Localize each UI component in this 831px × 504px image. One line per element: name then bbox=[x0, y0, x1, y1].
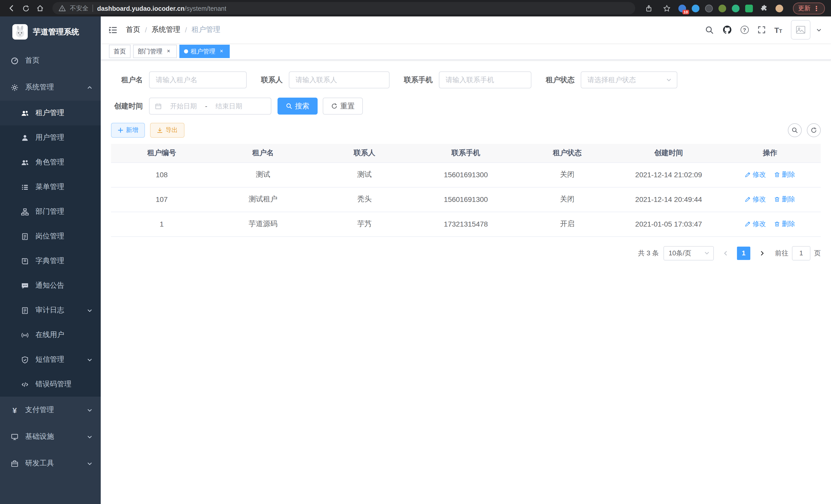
sidebar-item-dev-tools[interactable]: 研发工具 bbox=[0, 450, 101, 477]
sidebar-item-payment[interactable]: ¥ 支付管理 bbox=[0, 396, 101, 423]
green-extension-icon[interactable] bbox=[718, 4, 726, 12]
delete-row-button[interactable]: 删除 bbox=[774, 195, 795, 204]
browser-menu-icon[interactable]: ⋮ bbox=[813, 5, 820, 11]
sidebar-item-infra[interactable]: 基础设施 bbox=[0, 423, 101, 450]
date-range-picker[interactable]: - bbox=[149, 98, 271, 115]
user-icon bbox=[21, 134, 29, 142]
edit-label: 修改 bbox=[753, 219, 766, 229]
chat-extension-icon[interactable] bbox=[745, 4, 753, 12]
delete-row-button[interactable]: 删除 bbox=[774, 219, 795, 229]
sidebar-logo[interactable]: 芋道管理系统 bbox=[0, 17, 101, 47]
tenant-table: 租户编号 租户名 联系人 联系手机 租户状态 创建时间 操作 108 测试 bbox=[111, 144, 821, 237]
edit-row-button[interactable]: 修改 bbox=[745, 170, 766, 179]
current-page-button[interactable]: 1 bbox=[737, 246, 750, 260]
contact-label: 联系人 bbox=[261, 75, 289, 85]
bookmark-button[interactable] bbox=[660, 1, 673, 16]
edit-row-button[interactable]: 修改 bbox=[745, 219, 766, 229]
delete-row-button[interactable]: 删除 bbox=[774, 170, 795, 179]
tab-tenant[interactable]: 租户管理 × bbox=[179, 45, 230, 58]
contact-input[interactable] bbox=[289, 71, 390, 88]
sidebar-item-system[interactable]: 系统管理 bbox=[0, 74, 101, 101]
sidebar-item-error-code[interactable]: 错误码管理 bbox=[0, 372, 101, 396]
sidebar-item-label: 基础设施 bbox=[25, 432, 54, 441]
page-unit-label: 页 bbox=[814, 248, 821, 258]
sidebar-item-role[interactable]: 角色管理 bbox=[0, 150, 101, 175]
status-select[interactable]: 请选择租户状态 bbox=[581, 71, 677, 88]
sidebar-item-label: 短信管理 bbox=[35, 355, 64, 364]
user-avatar[interactable] bbox=[791, 20, 810, 39]
back-arrow-icon bbox=[7, 4, 16, 12]
sidebar-item-notice[interactable]: 通知公告 bbox=[0, 273, 101, 298]
toggle-search-button[interactable] bbox=[788, 123, 802, 137]
date-end-input[interactable] bbox=[210, 102, 248, 110]
export-button[interactable]: 导出 bbox=[150, 123, 184, 138]
page-size-select[interactable]: 10条/页 bbox=[663, 246, 714, 260]
security-label[interactable]: 不安全 bbox=[70, 4, 88, 12]
prev-page-button[interactable] bbox=[718, 246, 732, 260]
profile-avatar-icon[interactable] bbox=[775, 4, 783, 12]
chevron-right-icon bbox=[759, 250, 765, 256]
browser-update-button[interactable]: 更新 ⋮ bbox=[793, 2, 825, 14]
browser-back-button[interactable] bbox=[4, 1, 19, 16]
tenant-name-label: 租户名 bbox=[111, 75, 149, 85]
goto-page-input[interactable] bbox=[792, 246, 810, 260]
breadcrumb-item-system[interactable]: 系统管理 bbox=[152, 25, 180, 34]
shield-icon bbox=[21, 356, 29, 363]
close-tab-icon[interactable]: × bbox=[165, 48, 172, 55]
sidebar-item-home[interactable]: 首页 bbox=[0, 47, 101, 74]
avatar-caret-icon[interactable] bbox=[816, 27, 822, 33]
tabs-bar: 首页 部门管理 × 租户管理 × bbox=[101, 43, 831, 60]
blue-extension-icon[interactable] bbox=[692, 4, 699, 12]
column-header: 租户编号 bbox=[111, 144, 212, 162]
tab-home[interactable]: 首页 bbox=[109, 45, 131, 58]
sidebar-item-dept[interactable]: 部门管理 bbox=[0, 199, 101, 224]
application-window: 不安全 dashboard.yudao.iocoder.cn/system/te… bbox=[0, 0, 831, 504]
header-search-button[interactable] bbox=[705, 25, 714, 34]
sidebar-item-label: 部门管理 bbox=[35, 207, 64, 216]
home-icon bbox=[36, 4, 44, 12]
breadcrumb-item-home[interactable]: 首页 bbox=[126, 25, 140, 34]
book-icon bbox=[21, 257, 29, 265]
badge-extension-icon[interactable]: 10 bbox=[678, 4, 686, 12]
sidebar-item-audit-log[interactable]: 审计日志 bbox=[0, 298, 101, 323]
sidebar-item-dict[interactable]: 字典管理 bbox=[0, 249, 101, 273]
edit-row-button[interactable]: 修改 bbox=[745, 195, 766, 204]
column-header: 租户名 bbox=[212, 144, 314, 162]
sidebar-item-menu[interactable]: 菜单管理 bbox=[0, 175, 101, 199]
globe-extension-icon[interactable] bbox=[705, 4, 713, 12]
extensions-menu-button[interactable] bbox=[758, 1, 770, 16]
reset-button[interactable]: 重置 bbox=[323, 98, 363, 115]
font-size-button[interactable]: TT bbox=[774, 26, 782, 34]
collapse-sidebar-button[interactable] bbox=[108, 25, 118, 35]
close-tab-icon[interactable]: × bbox=[218, 48, 225, 55]
next-page-button[interactable] bbox=[755, 246, 769, 260]
add-button[interactable]: 新增 bbox=[111, 123, 145, 138]
address-bar[interactable]: 不安全 dashboard.yudao.iocoder.cn/system/te… bbox=[52, 2, 635, 14]
export-button-label: 导出 bbox=[166, 126, 178, 135]
edit-icon bbox=[745, 172, 751, 178]
fullscreen-button[interactable] bbox=[757, 26, 766, 34]
teal-extension-icon[interactable] bbox=[732, 4, 740, 12]
browser-home-button[interactable] bbox=[33, 1, 47, 16]
browser-reload-button[interactable] bbox=[19, 1, 33, 16]
help-icon[interactable]: ? bbox=[740, 26, 748, 34]
phone-input[interactable] bbox=[439, 71, 532, 88]
filter-row-2: 创建时间 - 搜索 重置 bbox=[111, 98, 821, 115]
filter-phone: 联系手机 bbox=[404, 71, 532, 88]
sidebar-item-post[interactable]: 岗位管理 bbox=[0, 224, 101, 249]
search-button[interactable]: 搜索 bbox=[278, 98, 318, 115]
tab-dept[interactable]: 部门管理 × bbox=[133, 45, 177, 58]
share-button[interactable] bbox=[642, 1, 655, 16]
sidebar-item-label: 角色管理 bbox=[35, 158, 64, 167]
reload-icon bbox=[22, 4, 30, 12]
github-link-button[interactable] bbox=[722, 25, 732, 34]
hamburger-icon bbox=[108, 25, 118, 35]
badge-icon bbox=[21, 233, 29, 240]
date-start-input[interactable] bbox=[165, 102, 202, 110]
tenant-name-input[interactable] bbox=[149, 71, 247, 88]
refresh-table-button[interactable] bbox=[807, 123, 821, 137]
sidebar-item-tenant[interactable]: 租户管理 bbox=[0, 101, 101, 125]
sidebar-item-online-users[interactable]: 在线用户 bbox=[0, 323, 101, 347]
sidebar-item-sms[interactable]: 短信管理 bbox=[0, 347, 101, 372]
sidebar-item-user[interactable]: 用户管理 bbox=[0, 125, 101, 150]
